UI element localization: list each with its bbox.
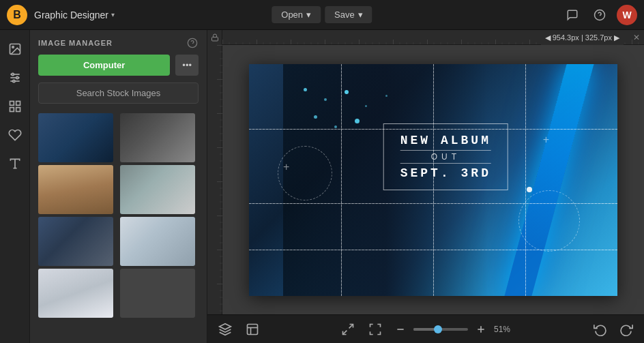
help-button[interactable] [589, 5, 610, 25]
zoom-percentage: 51% [494, 325, 516, 334]
computer-upload-button[interactable]: Computer [38, 55, 170, 76]
svg-line-36 [343, 330, 347, 334]
heart-tool-button[interactable] [3, 123, 27, 147]
panel-upload-row: Computer ••• [30, 55, 207, 83]
svg-point-3 [12, 46, 13, 48]
undo-button[interactable] [589, 318, 611, 340]
dotted-circle-1 [278, 146, 332, 200]
canvas-scroll: + + NEW ALBUM OUT SEPT. 3RD [207, 45, 644, 314]
user-avatar[interactable]: W [617, 5, 637, 25]
ruler-coordinates: ◀ 954.3px | 325.7px ▶ [541, 30, 624, 45]
fullscreen-button[interactable] [364, 318, 386, 340]
canvas-text-line3: SEPT. 3RD [400, 166, 491, 180]
open-label: Open [281, 10, 303, 20]
zoom-in-button[interactable] [472, 320, 490, 338]
svg-rect-30 [207, 45, 222, 314]
white-dot [527, 187, 532, 192]
canvas-wrapper[interactable]: + + NEW ALBUM OUT SEPT. 3RD [222, 45, 644, 314]
coords-text: ◀ 954.3px | 325.7px ▶ [545, 33, 619, 42]
main-area: IMAGE MANAGER Computer ••• Search Stock … [0, 30, 644, 343]
canvas-text-line2: OUT [400, 150, 491, 164]
svg-point-9 [12, 80, 14, 82]
image-thumb-5[interactable] [38, 217, 113, 266]
image-thumb-6[interactable] [120, 217, 195, 266]
canvas-area: ◀ 954.3px | 325.7px ▶ ✕ [207, 30, 644, 343]
panel-header: IMAGE MANAGER [30, 30, 207, 55]
guide-v1 [341, 64, 342, 296]
pages-button[interactable] [241, 318, 263, 340]
ruler-vertical [207, 45, 222, 314]
svg-marker-31 [220, 323, 231, 329]
plus-marker-right: + [543, 134, 549, 146]
canvas-text-line1: NEW ALBUM [400, 134, 491, 147]
image-thumb-1[interactable] [38, 113, 113, 162]
grid-tool-button[interactable] [3, 94, 27, 119]
avatar-letter: W [622, 10, 631, 20]
svg-rect-10 [10, 102, 14, 106]
left-panel: IMAGE MANAGER Computer ••• Search Stock … [30, 30, 207, 343]
topnav-right-actions: W [562, 5, 637, 25]
save-chevron: ▾ [358, 10, 363, 20]
image-thumb-7[interactable] [38, 269, 113, 318]
svg-rect-13 [16, 108, 20, 112]
canvas-text-box[interactable]: NEW ALBUM OUT SEPT. 3RD [383, 123, 508, 190]
save-label: Save [334, 10, 355, 20]
svg-point-7 [12, 73, 14, 75]
svg-point-8 [16, 76, 18, 78]
canvas-background: + + NEW ALBUM OUT SEPT. 3RD [249, 64, 617, 296]
svg-rect-18 [211, 38, 218, 42]
icon-sidebar [0, 30, 30, 343]
panel-help-button[interactable] [186, 37, 199, 49]
image-grid [30, 110, 207, 320]
svg-line-35 [349, 324, 353, 328]
layers-button[interactable] [214, 318, 236, 340]
topnav: B Graphic Designer ▾ Open ▾ Save ▾ [0, 0, 644, 30]
svg-rect-32 [248, 324, 258, 334]
app-name-label: Graphic Designer [34, 10, 108, 20]
zoom-out-button[interactable] [392, 320, 409, 338]
fit-to-screen-button[interactable] [337, 318, 359, 340]
open-button[interactable]: Open ▾ [272, 6, 321, 23]
neon-light-bar [504, 64, 594, 296]
image-thumb-4[interactable] [120, 165, 195, 214]
text-tool-button[interactable] [3, 151, 27, 176]
panel-title: IMAGE MANAGER [38, 39, 113, 47]
guide-v3 [525, 64, 526, 296]
zoom-slider[interactable] [413, 328, 468, 331]
more-options-button[interactable]: ••• [175, 55, 199, 76]
app-logo[interactable]: B [7, 5, 27, 25]
zoom-controls: 51% [392, 320, 516, 338]
topnav-center-actions: Open ▾ Save ▾ [272, 6, 372, 23]
image-thumb-8[interactable] [120, 269, 195, 318]
save-button[interactable]: Save ▾ [325, 6, 372, 23]
ruler-horizontal: ◀ 954.3px | 325.7px ▶ ✕ [207, 30, 644, 45]
dotted-circle-2 [518, 190, 580, 252]
canvas-content[interactable]: + + NEW ALBUM OUT SEPT. 3RD [249, 64, 617, 296]
svg-rect-11 [16, 102, 20, 106]
sliders-tool-button[interactable] [3, 65, 27, 90]
redo-button[interactable] [615, 318, 637, 340]
open-chevron: ▾ [306, 10, 311, 20]
bottom-toolbar: 51% [207, 314, 644, 343]
chat-button[interactable] [562, 5, 583, 25]
stock-images-button[interactable]: Search Stock Images [38, 83, 199, 104]
ruler-close-button[interactable]: ✕ [629, 30, 644, 45]
history-controls [589, 318, 637, 340]
image-tool-button[interactable] [3, 37, 27, 61]
image-thumb-2[interactable] [120, 113, 195, 162]
lock-icon [207, 30, 222, 45]
image-thumb-3[interactable] [38, 165, 113, 214]
app-name-chevron: ▾ [111, 11, 115, 18]
logo-letter: B [13, 9, 21, 21]
svg-rect-12 [10, 108, 14, 112]
app-name-container[interactable]: Graphic Designer ▾ [34, 10, 115, 20]
